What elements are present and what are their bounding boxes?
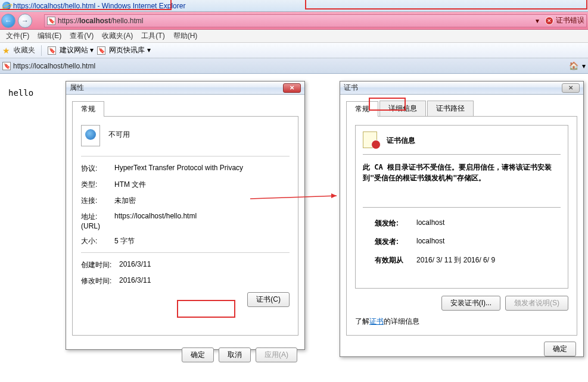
svg-marker-1 [331,193,337,198]
page-content: hello 属性 ✕ 常规 不可用 协议:HyperText Transfer … [0,74,588,382]
value-modified: 2016/3/11 [119,276,290,286]
ok-button[interactable]: 确定 [182,347,214,362]
label-issued-to: 颁发给: [375,218,416,228]
suggested-sites[interactable]: 建议网站 ▾ [60,45,94,55]
quick-icon: 🔖 [97,46,105,55]
web-slice[interactable]: 网页快讯库 ▾ [109,45,150,55]
properties-dialog: 属性 ✕ 常规 不可用 协议:HyperText Transfer Protoc… [66,81,305,350]
value-url: https://localhost/hello.html [114,212,290,230]
value-type: HTM 文件 [114,180,290,190]
dialog-titlebar[interactable]: 证书 ✕ [340,82,583,95]
cert-warning-message: 此 CA 根目录证书不受信任。要启用信任，请将该证书安装到"受信任的根证书颁发机… [363,162,561,183]
issuer-statement-button[interactable]: 颁发者说明(S) [505,296,568,311]
cancel-button[interactable]: 取消 [219,347,251,362]
window-title: https://localhost/hello.html - Windows I… [13,2,185,10]
menu-edit[interactable]: 编辑(E) [34,30,65,42]
certificate-dialog: 证书 ✕ 常规 详细信息 证书路径 证书信息 此 CA 根目录证书不受信任。要启… [340,81,584,357]
back-button[interactable]: ← [1,14,15,28]
menu-tools[interactable]: 工具(T) [138,30,168,42]
value-issued-by: localhost [416,237,561,247]
divider [81,252,290,253]
close-icon[interactable]: ✕ [283,83,301,93]
page-icon: 🔖 [47,17,55,25]
dialog-titlebar[interactable]: 属性 ✕ [66,82,304,95]
props-tabstrip: 常规 [72,101,298,117]
cert-error-icon[interactable]: ✕ [545,17,553,25]
divider [363,154,561,155]
divider [41,45,42,56]
value-issued-to: localhost [416,218,561,228]
menu-favorites[interactable]: 收藏夹(A) [98,30,136,42]
cert-learn-link[interactable]: 证书 [369,317,384,325]
dialog-title: 属性 [70,83,84,93]
cert-tabstrip: 常规 详细信息 证书路径 [346,101,577,117]
close-icon[interactable]: ✕ [562,83,580,93]
cert-error-text[interactable]: 证书错误 [556,15,584,26]
tab-general[interactable]: 常规 [346,101,378,117]
learn-more-row: 了解证书的详细信息 [355,317,568,327]
forward-button[interactable]: → [18,14,32,28]
tab-bar: 🔖 https://localhost/hello.html 🏠 ▾ [0,58,588,74]
url-text: https://localhost/hello.html [58,17,143,25]
home-dropdown-icon[interactable]: ▾ [582,62,586,70]
ie-icon [2,2,11,10]
label-valid-from: 有效期从 [375,255,416,265]
label-connection: 连接: [81,196,114,206]
label-issued-by: 颁发者: [375,237,416,247]
tab-detail[interactable]: 详细信息 [379,101,426,116]
tab-path[interactable]: 证书路径 [427,101,474,116]
favorites-label[interactable]: 收藏夹 [14,45,35,55]
value-size: 5 字节 [114,236,290,246]
label-url: 地址: (URL) [81,212,114,230]
divider [363,207,561,208]
label-modified: 修改时间: [81,276,119,286]
tab-page-icon: 🔖 [2,62,11,70]
apply-button[interactable]: 应用(A) [256,347,297,362]
cert-warning-icon [363,131,381,149]
divider [81,156,290,156]
window-titlebar: https://localhost/hello.html - Windows I… [0,0,588,12]
menu-view[interactable]: 查看(V) [66,30,97,42]
label-type: 类型: [81,180,114,190]
label-protocol: 协议: [81,164,114,174]
address-bar[interactable]: 🔖 https://localhost/hello.html [44,14,587,27]
address-dropdown-icon[interactable]: ▾ [536,17,539,25]
certificate-button[interactable]: 证书(C) [247,292,290,307]
favorites-bar: ★ 收藏夹 🔖 建议网站 ▾ 🔖 网页快讯库 ▾ [0,43,588,58]
install-cert-button[interactable]: 安装证书(I)... [441,296,500,311]
menu-help[interactable]: 帮助(H) [170,30,201,42]
value-protocol: HyperText Transfer Protocol with Privacy [114,164,290,174]
value-valid-period: 2016/ 3/ 11 到 2016/ 6/ 9 [416,255,561,265]
ok-button[interactable]: 确定 [544,342,576,356]
dialog-footer: 确定 取消 应用(A) [66,342,304,368]
cert-info-box: 证书信息 此 CA 根目录证书不受信任。要启用信任，请将该证书安装到"受信任的根… [355,125,568,289]
label-created: 创建时间: [81,260,119,270]
address-bar-row: ← → 🔖 https://localhost/hello.html ▾ ✕ 证… [0,12,588,30]
dialog-footer: 确定 [340,336,583,362]
page-type-icon [81,125,100,146]
suggest-icon: 🔖 [48,46,56,55]
value-connection: 未加密 [114,196,290,206]
tab-title[interactable]: https://localhost/hello.html [13,62,95,70]
tab-general[interactable]: 常规 [72,101,104,117]
dialog-title: 证书 [344,83,358,93]
value-created: 2016/3/11 [119,260,290,270]
hello-text: hello [8,88,33,98]
cert-info-title: 证书信息 [387,136,415,146]
home-icon[interactable]: 🏠 [569,61,578,70]
menu-file[interactable]: 文件(F) [2,30,33,42]
star-icon[interactable]: ★ [2,46,10,55]
menu-bar: 文件(F) 编辑(E) 查看(V) 收藏夹(A) 工具(T) 帮助(H) [0,30,588,43]
label-size: 大小: [81,236,114,246]
not-available: 不可用 [108,125,130,140]
